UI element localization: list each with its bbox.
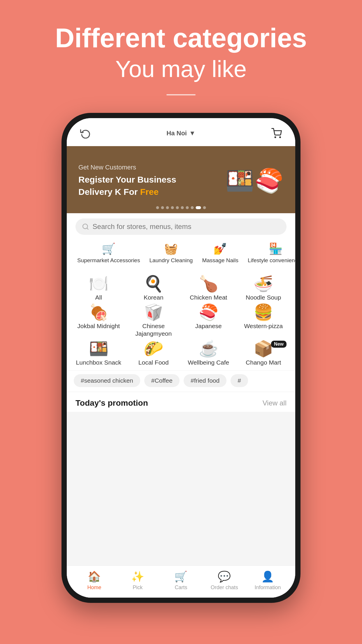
food-grid: 🍽️ All 🍳 Korean 🍗 Chicken Meat 🍜 (73, 276, 289, 366)
food-section: 🍽️ All 🍳 Korean 🍗 Chicken Meat 🍜 (67, 273, 295, 370)
info-icon: 👤 (261, 570, 274, 583)
western-icon: 🍔 (254, 304, 273, 320)
nav-carts[interactable]: 🛒 Carts (166, 570, 196, 591)
japanese-icon: 🍣 (199, 304, 218, 320)
search-icon (82, 223, 89, 230)
dot-4 (171, 206, 174, 209)
food-item-local[interactable]: 🌮 Local Food (128, 341, 180, 366)
divider (166, 94, 196, 95)
chango-label: Chango Mart (246, 359, 281, 366)
promotion-header: Today's promotion View all (67, 392, 295, 412)
food-item-lunchbox[interactable]: 🍱 Lunchbox Snack (73, 341, 125, 366)
local-label: Local Food (138, 359, 169, 366)
chicken-label: Chicken Meat (190, 294, 227, 301)
dot-10 (203, 206, 206, 209)
banner-dots (156, 206, 206, 209)
search-bar[interactable] (75, 218, 287, 235)
wellbeing-label: Wellbeing Cafe (188, 359, 229, 366)
noodle-icon: 🍜 (254, 276, 273, 291)
dot-3 (166, 206, 169, 209)
chats-label: Order chats (211, 584, 238, 591)
food-item-jokbal[interactable]: 🍖 Jokbal Midnight (73, 304, 125, 338)
massage-label: Massage Nails (202, 257, 238, 264)
home-label: Home (87, 584, 101, 591)
jokbal-label: Jokbal Midnight (77, 322, 120, 330)
lifestyle-icon: 🏪 (269, 242, 282, 255)
supermarket-icon: 🛒 (102, 242, 115, 255)
category-supermarket[interactable]: 🛒 Supermarket Accessories (73, 239, 145, 267)
korean-icon: 🍳 (144, 276, 163, 291)
promotion-content (67, 412, 295, 566)
new-badge: New (271, 341, 287, 348)
lifestyle-label: Lifestyle conveniences (248, 257, 295, 264)
chats-icon: 💬 (218, 570, 231, 583)
page-title-line2: You may like (0, 56, 362, 83)
carts-icon: 🛒 (174, 570, 187, 583)
tag-more[interactable]: # (231, 374, 248, 387)
japanese-label: Japanese (195, 322, 222, 330)
tag-coffee[interactable]: #Coffee (144, 374, 180, 387)
wellbeing-icon: ☕ (199, 341, 218, 356)
food-item-japanese[interactable]: 🍣 Japanese (182, 304, 235, 338)
dot-6 (181, 206, 184, 209)
food-item-chicken[interactable]: 🍗 Chicken Meat (182, 276, 235, 301)
food-item-chinese[interactable]: 🥡 Chinese Jajangmyeon (128, 304, 180, 338)
promotion-title: Today's promotion (75, 398, 148, 408)
tags-row: #seasoned chicken #Coffee #fried food # (67, 370, 295, 392)
nav-pick[interactable]: ✨ Pick (123, 570, 152, 591)
chango-icon: 📦 (254, 341, 273, 356)
lunchbox-label: Lunchbox Snack (76, 359, 121, 366)
location-selector[interactable]: Ha Noi ▼ (166, 130, 195, 137)
banner-main-text: Register Your Business Delivery K For Fr… (78, 174, 222, 198)
location-label: Ha Noi (166, 130, 187, 137)
page-header: Different categories You may like (0, 0, 362, 83)
dropdown-icon: ▼ (189, 130, 196, 137)
refresh-button[interactable] (78, 126, 92, 140)
dot-5 (176, 206, 179, 209)
food-item-all[interactable]: 🍽️ All (73, 276, 125, 301)
nav-home[interactable]: 🏠 Home (80, 570, 109, 591)
dot-2 (161, 206, 164, 209)
chinese-icon: 🥡 (144, 304, 163, 320)
dot-1 (156, 206, 159, 209)
svg-line-3 (87, 228, 88, 229)
food-item-chango[interactable]: New 📦 Chango Mart (238, 341, 290, 366)
pick-label: Pick (133, 584, 143, 591)
dot-8 (191, 206, 194, 209)
noodle-label: Noodle Soup (246, 294, 281, 301)
top-bar: Ha Noi ▼ (67, 118, 295, 146)
promo-banner: Get New Customers Register Your Business… (67, 146, 295, 213)
local-icon: 🌮 (144, 341, 163, 356)
all-icon: 🍽️ (89, 276, 108, 291)
cart-button[interactable] (270, 126, 284, 140)
nav-order-chats[interactable]: 💬 Order chats (210, 570, 239, 591)
laundry-label: Laundry Cleaning (149, 257, 193, 264)
laundry-icon: 🧺 (164, 242, 178, 255)
food-item-wellbeing[interactable]: ☕ Wellbeing Cafe (182, 341, 235, 366)
dot-7 (186, 206, 189, 209)
dot-9 (196, 206, 201, 209)
svg-point-0 (275, 137, 276, 138)
bottom-nav: 🏠 Home ✨ Pick 🛒 Carts 💬 Order chats (67, 566, 295, 598)
category-lifestyle[interactable]: 🏪 Lifestyle conveniences (243, 239, 295, 267)
phone-screen: Ha Noi ▼ Get New Customers Register Yo (67, 118, 295, 598)
view-all-button[interactable]: View all (263, 399, 287, 407)
food-item-western[interactable]: 🍔 Western·pizza (238, 304, 290, 338)
korean-label: Korean (144, 294, 164, 301)
pick-icon: ✨ (131, 570, 144, 583)
categories-row: 🛒 Supermarket Accessories 🧺 Laundry Clea… (67, 239, 295, 273)
food-item-korean[interactable]: 🍳 Korean (128, 276, 180, 301)
massage-icon: 💅 (213, 242, 227, 255)
category-massage[interactable]: 💅 Massage Nails (197, 239, 243, 267)
phone-frame: Ha Noi ▼ Get New Customers Register Yo (61, 113, 301, 603)
nav-information[interactable]: 👤 Information (253, 570, 282, 591)
svg-point-1 (280, 137, 281, 138)
search-input[interactable] (93, 223, 280, 231)
carts-label: Carts (175, 584, 187, 591)
food-item-noodle[interactable]: 🍜 Noodle Soup (238, 276, 290, 301)
category-laundry[interactable]: 🧺 Laundry Cleaning (145, 239, 197, 267)
chinese-label: Chinese Jajangmyeon (128, 322, 180, 338)
info-label: Information (255, 584, 281, 591)
tag-fried[interactable]: #fried food (184, 374, 226, 387)
tag-chicken[interactable]: #seasoned chicken (74, 374, 140, 387)
